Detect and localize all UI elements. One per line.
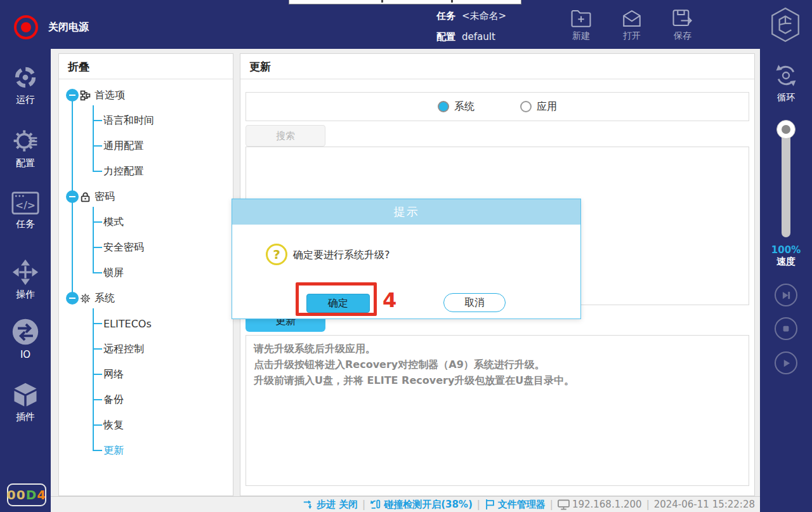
left-sidebar: 运行 配置 </>: [0, 49, 51, 512]
radio-application-label: 应用: [537, 100, 557, 114]
badge-segment: 00: [7, 487, 26, 502]
tree-item-network[interactable]: 网络: [103, 362, 124, 387]
power-label: 关闭电源: [48, 21, 89, 34]
open-task-button[interactable]: 打开: [612, 8, 652, 42]
tree-item-general-config[interactable]: 通用配置: [103, 133, 144, 159]
task-info: 任务<未命名> 配置default: [436, 10, 506, 51]
file-manager-button[interactable]: 文件管理器: [485, 499, 546, 511]
confirm-dialog: 提示 ? 确定要进行系统升级? 确定 取消 4: [232, 199, 581, 319]
tree-item-update[interactable]: 更新: [103, 438, 124, 463]
sidebar-item-label: 插件: [0, 411, 51, 423]
tree-item-restore[interactable]: 恢复: [103, 412, 124, 438]
speed-slider-track[interactable]: [782, 128, 790, 237]
datetime: 2024-06-11 15:22:28: [654, 499, 755, 510]
tree-item-lock-screen[interactable]: 锁屏: [103, 260, 124, 286]
tree-connector: [93, 424, 102, 426]
tree-item-force-config[interactable]: 力控配置: [103, 159, 144, 184]
sidebar-item-label: 操作: [0, 289, 51, 301]
hierarchy-icon: [80, 90, 91, 101]
instruction-line: 点击升级按钮将进入Recovery对控制器（A9）系统进行升级。: [254, 357, 741, 372]
play-button[interactable]: [775, 351, 797, 374]
sidebar-item-plugin[interactable]: 插件: [0, 381, 51, 423]
slider-knob-dot: [782, 125, 790, 134]
collapse-node-icon[interactable]: [66, 292, 79, 305]
tree-item-preferences[interactable]: 首选项: [95, 82, 125, 108]
radio-system[interactable]: 系统: [438, 100, 475, 114]
brand-logo-icon: [769, 7, 802, 45]
tree-connector: [93, 450, 102, 451]
svg-text:</>: </>: [15, 200, 36, 211]
tree-connector: [93, 374, 102, 375]
tree-item-backup[interactable]: 备份: [103, 387, 124, 412]
settings-tree-panel: 折叠: [58, 53, 233, 496]
search-button[interactable]: 搜索: [246, 125, 325, 147]
topbar: 关闭电源 任务<未命名> 配置default 新建 打开: [0, 0, 812, 49]
tree-connector: [93, 171, 102, 172]
step-forward-button[interactable]: [775, 284, 797, 306]
sidebar-item-label: IO: [0, 349, 51, 360]
open-task-label: 打开: [612, 30, 652, 42]
sidebar-item-io[interactable]: IO: [0, 318, 51, 360]
tree-connector: [93, 221, 102, 223]
config-value: default: [462, 31, 495, 43]
tree-item-elitecos[interactable]: ELITECOs: [103, 311, 152, 336]
sidebar-item-task[interactable]: </> 任务: [0, 191, 51, 230]
tree-item-language-and-time[interactable]: 语言和时间: [103, 108, 154, 133]
tree-item-password[interactable]: 密码: [95, 184, 115, 209]
new-task-label: 新建: [561, 30, 601, 42]
cycle-icon: [773, 79, 799, 91]
config-icon: [0, 128, 51, 154]
badge-segment: D: [26, 487, 37, 502]
collision-detection-icon: [370, 499, 381, 510]
sidebar-item-run[interactable]: 运行: [0, 64, 51, 106]
statusbar-separator: |: [362, 499, 365, 510]
tree-connector: [93, 207, 94, 273]
upgrade-type-radio-bar: 系统 应用: [246, 92, 749, 121]
sidebar-item-config[interactable]: 配置: [0, 128, 51, 169]
collapse-node-icon[interactable]: [66, 190, 79, 203]
speed-slider-knob[interactable]: [776, 120, 796, 139]
tree-connector: [93, 145, 102, 147]
tree-connector: [93, 348, 102, 350]
instruction-line: 升级前请插入U盘，并将 ELITE Recovery升级包放置在U盘目录中。: [254, 372, 741, 388]
open-file-icon: [612, 8, 652, 29]
tree-connector: [93, 247, 102, 248]
dialog-title: 提示: [232, 199, 580, 225]
sidebar-item-operate[interactable]: 操作: [0, 259, 51, 301]
new-task-button[interactable]: 新建: [561, 8, 601, 42]
file-manager-icon: [485, 499, 495, 510]
radio-unselected-icon: [520, 101, 532, 112]
tree-item-mode[interactable]: 模式: [103, 209, 124, 235]
collapse-node-icon[interactable]: [66, 89, 79, 102]
gear-icon: [80, 293, 91, 304]
tree-panel-header: 折叠: [59, 54, 233, 79]
tree-item-remote-control[interactable]: 远程控制: [103, 336, 144, 362]
power-button[interactable]: [14, 15, 38, 39]
tree-connector: [93, 323, 102, 324]
operate-icon: [0, 259, 51, 286]
tree-item-safety-password[interactable]: 安全密码: [103, 235, 144, 260]
robot-state-badge[interactable]: 00D4: [7, 483, 46, 506]
tree-item-system[interactable]: 系统: [95, 286, 115, 311]
config-label: 配置: [436, 31, 455, 43]
question-icon: ?: [266, 244, 287, 265]
network-address: 192.168.1.200: [558, 499, 642, 510]
file-manager-label: 文件管理器: [498, 499, 546, 511]
cancel-button[interactable]: 取消: [443, 293, 506, 312]
stop-button[interactable]: [775, 317, 797, 340]
radio-application[interactable]: 应用: [520, 100, 557, 114]
window-edge-tick: [451, 0, 453, 3]
step-mode-status[interactable]: 步进 关闭: [303, 499, 358, 511]
collision-detection-status[interactable]: 碰撞检测开启(38%): [370, 499, 473, 511]
instruction-line: 请先升级系统后升级应用。: [254, 341, 741, 357]
window-edge-tick: [381, 0, 383, 3]
task-icon: </>: [0, 191, 51, 215]
cycle-mode-button[interactable]: 循环: [760, 63, 812, 103]
speed-value: 100%: [760, 244, 812, 256]
cycle-label: 循环: [760, 92, 812, 103]
stop-icon: [782, 324, 790, 333]
confirm-button[interactable]: 确定: [306, 294, 370, 313]
save-task-button[interactable]: 保存: [662, 8, 703, 42]
statusbar-separator: |: [646, 499, 650, 510]
background-window-edge: [289, 0, 521, 4]
